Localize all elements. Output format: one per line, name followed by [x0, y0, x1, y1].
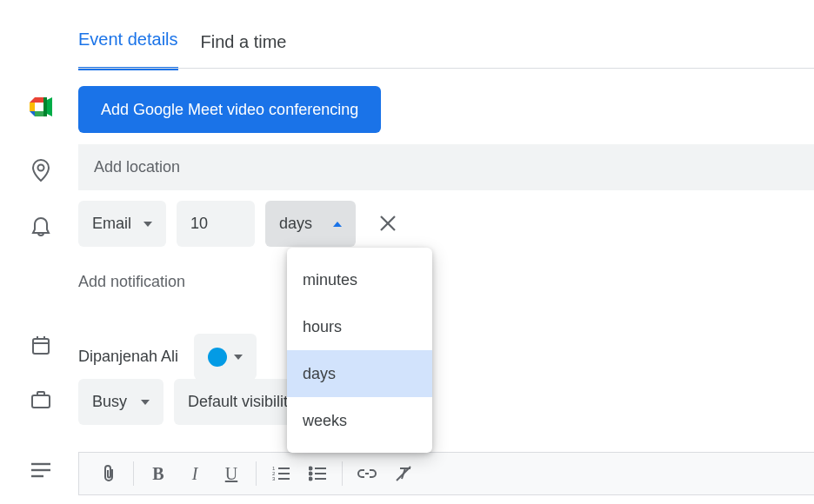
notification-amount-input[interactable] — [177, 201, 255, 247]
chevron-down-icon — [141, 400, 150, 405]
unit-option-hours[interactable]: hours — [287, 303, 432, 350]
chevron-up-icon — [333, 222, 342, 227]
svg-rect-0 — [30, 103, 35, 111]
unit-option-weeks[interactable]: weeks — [287, 397, 432, 444]
chevron-down-icon — [143, 222, 152, 227]
italic-button[interactable]: I — [177, 456, 212, 491]
underline-button[interactable]: U — [214, 456, 249, 491]
event-color-select[interactable] — [194, 334, 257, 380]
visibility-label: Default visibility — [188, 393, 296, 411]
description-icon — [28, 462, 54, 478]
unit-option-days[interactable]: days — [287, 350, 432, 397]
svg-point-4 — [38, 165, 44, 171]
svg-rect-11 — [32, 395, 50, 408]
notification-unit-label: days — [279, 215, 312, 233]
svg-text:3: 3 — [272, 476, 276, 481]
toolbar-separator — [342, 461, 343, 486]
availability-select[interactable]: Busy — [78, 379, 163, 425]
add-google-meet-button[interactable]: Add Google Meet video conferencing — [78, 86, 381, 133]
attach-file-button[interactable] — [91, 456, 126, 491]
numbered-list-button[interactable]: 123 — [264, 456, 298, 491]
chevron-down-icon — [234, 355, 243, 360]
tab-event-details[interactable]: Event details — [78, 30, 178, 70]
availability-label: Busy — [92, 393, 127, 411]
unit-option-minutes[interactable]: minutes — [287, 256, 432, 303]
location-icon — [28, 158, 54, 182]
svg-rect-7 — [33, 339, 49, 354]
calendar-icon — [28, 335, 54, 355]
remove-notification-button[interactable] — [378, 214, 399, 235]
notification-unit-select[interactable]: days — [265, 201, 356, 247]
svg-point-22 — [310, 473, 312, 475]
svg-point-23 — [310, 478, 312, 481]
bold-button[interactable]: B — [141, 456, 176, 491]
toolbar-separator — [256, 461, 257, 486]
notification-method-label: Email — [92, 215, 131, 233]
notification-unit-menu: minutes hours days weeks — [287, 248, 432, 453]
notification-method-select[interactable]: Email — [78, 201, 166, 247]
tab-find-a-time[interactable]: Find a time — [201, 32, 287, 70]
svg-rect-1 — [35, 111, 43, 116]
calendar-owner-label: Dipanjenah Ali — [78, 348, 178, 366]
location-input[interactable] — [78, 144, 814, 190]
event-color-swatch — [208, 348, 227, 367]
clear-formatting-button[interactable] — [386, 456, 421, 491]
description-toolbar: B I U 123 — [78, 452, 814, 495]
bulleted-list-button[interactable] — [300, 456, 335, 491]
svg-rect-3 — [43, 97, 47, 116]
svg-rect-2 — [35, 103, 43, 111]
toolbar-separator — [133, 461, 134, 486]
tab-underline — [78, 68, 814, 69]
google-meet-icon — [28, 97, 54, 116]
insert-link-button[interactable] — [350, 456, 384, 491]
bell-icon — [28, 216, 54, 238]
briefcase-icon — [28, 390, 54, 409]
add-notification-button[interactable]: Add notification — [78, 273, 185, 291]
svg-point-21 — [310, 468, 312, 470]
